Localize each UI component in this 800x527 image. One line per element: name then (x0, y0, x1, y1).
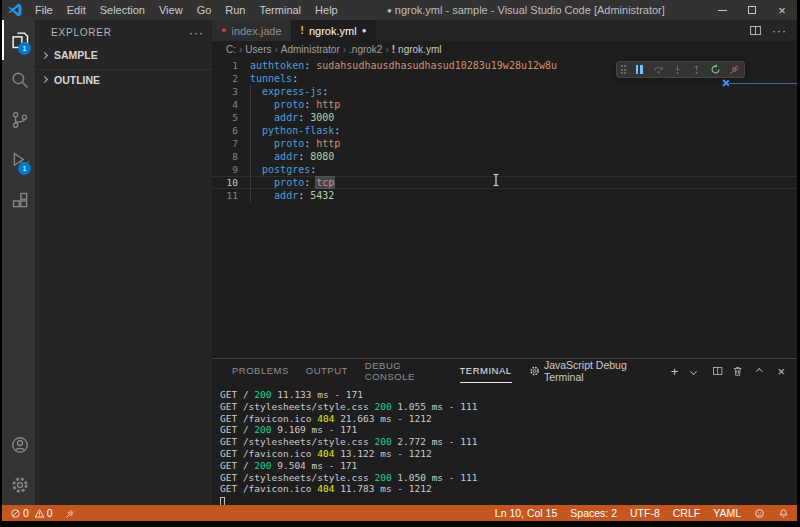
step-out-icon (691, 64, 702, 75)
step-over-button[interactable] (652, 64, 664, 76)
line-number: 6 (212, 124, 238, 137)
window-title: ● ngrok.yml - sample - Visual Studio Cod… (345, 4, 707, 16)
activity-run-debug-button[interactable]: 1 (2, 140, 35, 180)
terminal-line: GET / 200 11.133 ms - 171 (220, 389, 797, 401)
chevron-right-icon (41, 51, 48, 58)
activity-source-control-button[interactable] (2, 100, 35, 140)
menu-terminal[interactable]: Terminal (253, 0, 309, 20)
terminal-cursor (220, 497, 225, 505)
restart-icon (710, 64, 721, 75)
menu-help[interactable]: Help (308, 0, 345, 20)
error-count: 0 (23, 507, 29, 519)
terminal-output[interactable]: GET / 200 11.133 ms - 171GET /stylesheet… (212, 383, 797, 505)
status-spaces-2[interactable]: Spaces: 2 (570, 507, 617, 519)
menu-view[interactable]: View (152, 0, 190, 20)
maximize-icon (748, 6, 756, 14)
code-line-11[interactable]: 11 addr: 5432 (212, 189, 797, 202)
breadcrumb-item[interactable]: Administrator (281, 44, 340, 55)
sidebar-title: EXPLORER (51, 27, 112, 38)
code-line-5[interactable]: 5 addr: 3000 (212, 111, 797, 124)
menu-edit[interactable]: Edit (60, 0, 93, 20)
menu-selection[interactable]: Selection (93, 0, 152, 20)
terminal-dropdown-chevron-icon[interactable] (690, 368, 697, 375)
debug-toolbar-drag-handle[interactable] (621, 65, 627, 74)
terminal-line: GET /favicon.ico 404 11.783 ms - 1212 (220, 483, 797, 495)
panel-tab-debug-console[interactable]: DEBUG CONSOLE (365, 359, 443, 383)
code-line-4[interactable]: 4 proto: http (212, 98, 797, 111)
step-out-button[interactable] (690, 64, 702, 76)
problems-status-button[interactable]: 0 0 (10, 507, 53, 519)
close-button[interactable]: × (767, 0, 797, 20)
code-line-9[interactable]: 9 postgres: (212, 163, 797, 176)
yaml-file-icon: ! (301, 25, 304, 36)
restart-button[interactable] (709, 64, 721, 76)
menu-run[interactable]: Run (218, 0, 252, 20)
step-into-button[interactable] (671, 64, 683, 76)
panel-tab-terminal[interactable]: TERMINAL (460, 359, 512, 383)
explorer-more-actions-button[interactable]: ··· (189, 26, 204, 40)
minimize-button[interactable] (707, 0, 737, 20)
debug-badge: 1 (18, 162, 31, 175)
terminal-lines: GET / 200 11.133 ms - 171GET /stylesheet… (220, 389, 797, 495)
yaml-file-icon: ! (392, 44, 395, 55)
split-terminal-icon[interactable] (712, 365, 723, 377)
panel-tab-output[interactable]: OUTPUT (306, 359, 348, 383)
notifications-bell-button[interactable] (778, 508, 789, 519)
activity-settings-button[interactable] (2, 465, 35, 505)
breadcrumb-separator-icon: › (239, 44, 242, 55)
pause-icon (636, 65, 643, 74)
editor-code-area[interactable]: 1authtoken: sudahsudhausdhasudhasud10283… (212, 57, 797, 358)
line-number: 4 (212, 98, 238, 111)
dirty-dot-icon[interactable]: ● (362, 27, 367, 35)
maximize-panel-chevron-icon[interactable] (756, 368, 763, 375)
code-line-6[interactable]: 6 python-flask: (212, 124, 797, 137)
code-line-10[interactable]: 10 proto: tcp (212, 176, 797, 189)
code-line-3[interactable]: 3 express-js: (212, 85, 797, 98)
close-panel-button[interactable]: × (777, 365, 785, 378)
sidebar-section-outline[interactable]: OUTLINE (35, 69, 212, 89)
sidebar-section-sample[interactable]: SAMPLE (35, 45, 212, 65)
vscode-logo-icon[interactable] (2, 3, 28, 17)
code-line-8[interactable]: 8 addr: 8080 (212, 150, 797, 163)
tab-index-jade[interactable]: ● index.jade (212, 20, 292, 41)
breadcrumb-separator-icon: › (385, 44, 388, 55)
status-ln-10-col-15[interactable]: Ln 10, Col 15 (495, 507, 557, 519)
search-icon (10, 70, 30, 90)
feedback-smiley-button[interactable] (754, 508, 765, 519)
activity-extensions-button[interactable] (2, 180, 35, 220)
window-controls: × (707, 0, 797, 20)
editor-more-actions-button[interactable]: ··· (772, 24, 787, 38)
kill-terminal-trash-icon[interactable] (732, 365, 743, 377)
menu-go[interactable]: Go (190, 0, 219, 20)
breadcrumb-item[interactable]: Users (245, 44, 271, 55)
status-yaml[interactable]: YAML (713, 507, 741, 519)
status-utf-8[interactable]: UTF-8 (630, 507, 660, 519)
tab-ngrok-yml[interactable]: ! ngrok.yml ● (292, 20, 377, 41)
pause-button[interactable] (633, 64, 645, 76)
editor-tab-bar: ● index.jade ! ngrok.yml ● ··· (212, 20, 797, 41)
close-icon: × (778, 4, 786, 17)
activity-explorer-button[interactable]: 1 (2, 20, 35, 60)
maximize-button[interactable] (737, 0, 767, 20)
menu-file[interactable]: File (28, 0, 60, 20)
debug-plug-icon (65, 508, 76, 519)
breadcrumb-item[interactable]: C: (226, 44, 236, 55)
breadcrumb-item[interactable]: .ngrok2 (349, 44, 382, 55)
disconnect-button[interactable] (728, 64, 740, 76)
panel-tab-problems[interactable]: PROBLEMS (232, 359, 289, 383)
code-line-7[interactable]: 7 proto: http (212, 137, 797, 150)
breadcrumb-item[interactable]: !ngrok.yml (392, 44, 442, 55)
panel-tab-bar: PROBLEMSOUTPUTDEBUG CONSOLETERMINAL Java… (212, 359, 797, 383)
explorer-badge: 1 (18, 42, 31, 55)
status-crlf[interactable]: CRLF (673, 507, 700, 519)
debug-session-button[interactable] (65, 508, 76, 519)
terminal-profile-select[interactable]: JavaScript Debug Terminal (529, 359, 662, 383)
smiley-icon (754, 508, 765, 519)
line-number: 3 (212, 85, 238, 98)
terminal-line: GET /stylesheets/style.css 200 1.050 ms … (220, 472, 797, 484)
breadcrumb-separator-icon: › (343, 44, 346, 55)
split-editor-icon[interactable] (749, 24, 762, 37)
new-terminal-button[interactable]: + (671, 365, 679, 378)
activity-search-button[interactable] (2, 60, 35, 100)
activity-account-button[interactable] (2, 425, 35, 465)
